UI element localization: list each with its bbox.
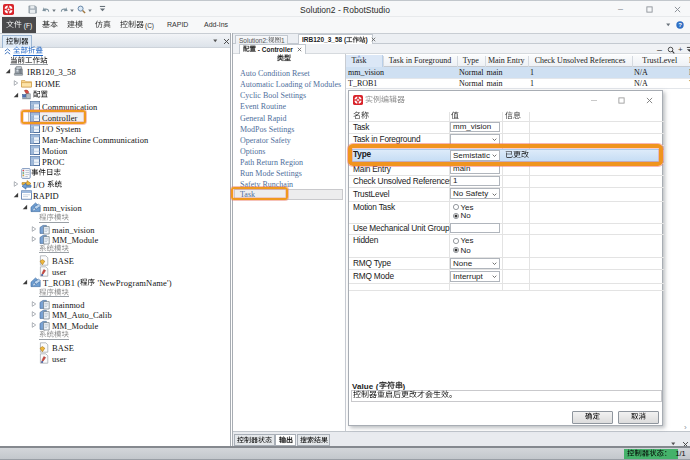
svg-text:?: ? bbox=[678, 22, 682, 28]
